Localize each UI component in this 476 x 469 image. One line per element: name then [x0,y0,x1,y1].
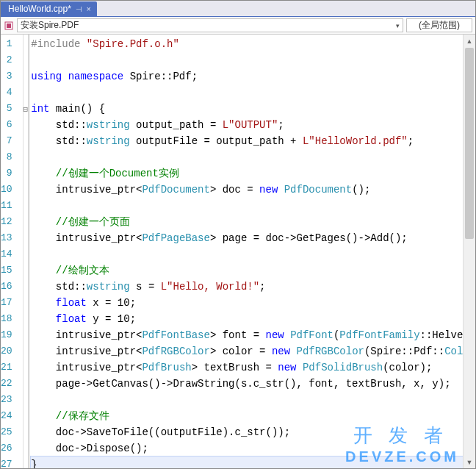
code-line[interactable] [31,198,476,214]
line-number: 13 [1,230,23,246]
pin-icon[interactable]: ⊣ [76,5,82,13]
line-number: 21 [1,359,23,376]
scroll-thumb[interactable] [465,48,474,239]
code-line[interactable]: } [31,457,476,469]
scope-label: (全局范围) [419,19,460,32]
line-number: 18 [1,311,23,327]
line-number: 10 [1,182,23,198]
scroll-down-icon[interactable]: ▼ [464,456,475,468]
code-line[interactable]: intrusive_ptr<PdfBrush> textBrush = new … [31,359,476,376]
line-number: 11 [1,198,23,214]
fold-marker [24,279,29,295]
fold-marker [24,68,29,85]
code-line[interactable]: float y = 10; [31,311,476,327]
fold-marker[interactable]: ⊟ [24,101,29,117]
line-number: 17 [1,295,23,311]
fold-marker [24,198,29,214]
code-line[interactable]: intrusive_ptr<PdfRGBColor> color = new P… [31,343,476,359]
module-icon [4,21,14,31]
line-number: 23 [1,392,23,408]
code-line[interactable]: std::wstring s = L"Hello, World!"; [31,279,476,295]
fold-marker [24,343,29,359]
close-icon[interactable]: × [87,5,91,13]
fold-marker [24,214,29,230]
chevron-down-icon: ▾ [396,22,400,29]
code-line[interactable]: int main() { [31,101,476,117]
fold-marker [24,262,29,279]
tab-bar: HelloWorld.cpp* ⊣ × [1,1,475,17]
navigation-bar: 安装Spire.PDF ▾ (全局范围) [1,17,475,35]
fold-marker [24,165,29,182]
line-number: 7 [1,133,23,149]
fold-marker [24,52,29,68]
fold-marker [24,327,29,343]
line-number: 1 [1,36,23,52]
code-line[interactable] [31,149,476,165]
line-number: 15 [1,262,23,279]
fold-marker [24,36,29,52]
code-line[interactable]: intrusive_ptr<PdfFontBase> font = new Pd… [31,327,476,343]
line-number: 6 [1,117,23,133]
code-line[interactable]: doc->SaveToFile((outputFile).c_str()); [31,424,476,440]
fold-marker [24,149,29,165]
context-dropdown[interactable]: 安装Spire.PDF ▾ [17,18,403,32]
line-number: 2 [1,52,23,68]
code-line[interactable]: #include "Spire.Pdf.o.h" [31,36,476,52]
fold-marker [24,311,29,327]
file-tab[interactable]: HelloWorld.cpp* ⊣ × [1,1,97,16]
code-line[interactable] [31,392,476,408]
code-line[interactable]: //保存文件 [31,408,476,424]
fold-marker [24,117,29,133]
tab-title: HelloWorld.cpp* [8,4,71,14]
code-line[interactable]: using namespace Spire::Pdf; [31,68,476,85]
fold-marker [24,392,29,408]
fold-marker [24,457,29,469]
line-number: 4 [1,85,23,101]
code-line[interactable]: intrusive_ptr<PdfPageBase> page = doc->G… [31,230,476,246]
code-line[interactable]: std::wstring outputFile = output_path + … [31,133,476,149]
line-number: 12 [1,214,23,230]
vertical-scrollbar[interactable]: ▲ ▼ [463,35,475,468]
fold-marker [24,246,29,262]
line-number: 9 [1,165,23,182]
code-line[interactable]: std::wstring output_path = L"OUTPUT"; [31,117,476,133]
fold-marker [24,376,29,392]
fold-marker [24,424,29,440]
fold-marker [24,440,29,457]
line-number: 20 [1,343,23,359]
line-number: 25 [1,424,23,440]
code-line[interactable] [31,52,476,68]
line-number: 5 [1,101,23,117]
code-line[interactable]: //创建一个Document实例 [31,165,476,182]
editor: 1234567891011121314151617181920212223242… [1,35,475,468]
line-number: 22 [1,376,23,392]
code-line[interactable]: //创建一个页面 [31,214,476,230]
svg-rect-1 [7,24,11,28]
line-number: 3 [1,68,23,85]
context-label: 安装Spire.PDF [21,19,79,32]
code-line[interactable]: intrusive_ptr<PdfDocument> doc = new Pdf… [31,182,476,198]
line-number: 19 [1,327,23,343]
line-number: 14 [1,246,23,262]
fold-column: ⊟ [24,35,29,468]
line-number: 16 [1,279,23,295]
line-number: 24 [1,408,23,424]
code-line[interactable]: float x = 10; [31,295,476,311]
fold-marker [24,133,29,149]
line-number-gutter: 1234567891011121314151617181920212223242… [1,35,24,468]
fold-marker [24,182,29,198]
fold-marker [24,359,29,376]
code-line[interactable]: doc->Dispose(); [31,440,476,457]
scroll-up-icon[interactable]: ▲ [464,35,475,47]
code-line[interactable]: //绘制文本 [31,262,476,279]
code-line[interactable] [31,85,476,101]
code-line[interactable] [31,246,476,262]
code-line[interactable]: page->GetCanvas()->DrawString(s.c_str(),… [31,376,476,392]
scope-dropdown[interactable]: (全局范围) [406,18,472,32]
fold-marker [24,408,29,424]
fold-marker [24,85,29,101]
line-number: 27 [1,457,23,469]
fold-marker [24,295,29,311]
fold-marker [24,230,29,246]
code-area[interactable]: #include "Spire.Pdf.o.h"using namespace … [29,35,476,468]
